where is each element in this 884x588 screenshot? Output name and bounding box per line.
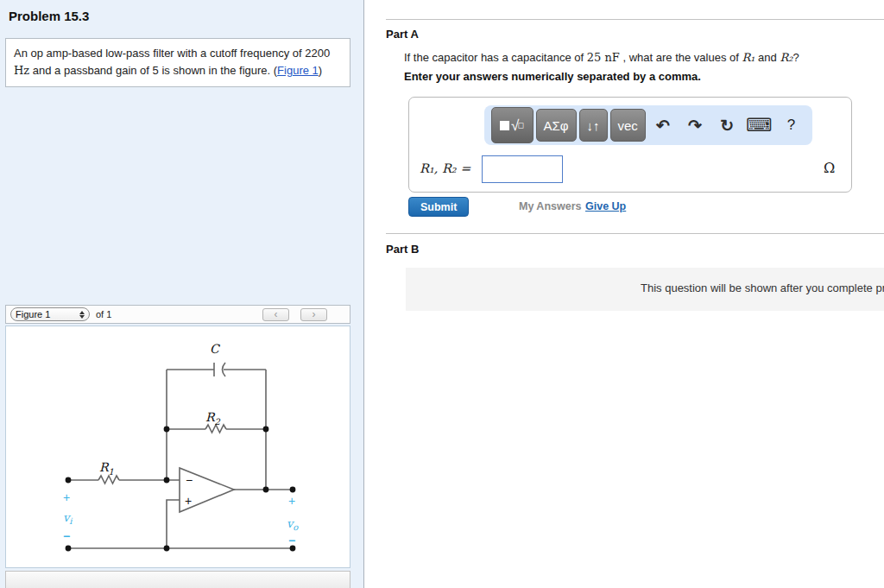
vector-button[interactable]: vec [610,109,646,142]
answer-input[interactable] [482,155,563,183]
figure-prev-button[interactable]: ‹ [262,308,289,321]
equation-toolbar: √◻ ΑΣφ ↓↑ vec ↶ ↷ ↻ ⌨ ? [484,105,812,145]
my-answers-button[interactable]: My Answers [519,200,581,212]
vout-label: vo [287,517,299,532]
dropdown-arrows-icon [79,311,85,319]
statement-text: An op amp-based low-pass filter with a c… [14,47,330,60]
part-a-question: If the capacitor has a capacitance of 25… [404,51,799,64]
part-b-locked-message: This question will be shown after you co… [641,281,884,294]
redo-icon[interactable]: ↷ [679,116,710,136]
equation-editor-button[interactable]: √◻ [491,107,534,143]
help-icon[interactable]: ? [775,117,807,134]
greek-symbols-button[interactable]: ΑΣφ [536,109,577,142]
vin-label: vi [63,511,73,526]
submit-button[interactable]: Submit [408,197,469,217]
part-a-heading: Part A [386,28,419,41]
part-b-divider [386,233,884,234]
vin-plus-label: + [63,490,70,504]
vout-minus-label: − [288,534,295,547]
undo-icon[interactable]: ↶ [647,116,679,136]
question-text: If the capacitor has a capacitance of [404,51,587,64]
statement-unit: Hz [14,64,29,77]
unit-label: Ω [824,160,835,176]
question-text-3: and [755,51,780,64]
r1-symbol: R₁ [742,51,755,64]
question-text-2: , what are the values of [620,51,742,64]
page-title: Problem 15.3 [9,9,89,23]
answer-module: √◻ ΑΣφ ↓↑ vec ↶ ↷ ↻ ⌨ ? R₁, R₂ = Ω [408,97,852,193]
updown-arrows-button[interactable]: ↓↑ [579,109,608,142]
filled-square-icon [500,121,509,130]
problem-panel: Problem 15.3 An op amp-based low-pass fi… [0,0,364,588]
part-a-divider [386,19,884,20]
opamp-noninverting-label: + [185,494,192,508]
figure-select-dropdown[interactable]: Figure 1 [10,307,90,321]
r2-symbol: R₂ [780,51,792,64]
statement-text-2: and a passband gain of 5 is shown in the… [29,64,277,77]
capacitor-label: C [210,342,220,356]
opamp-inverting-label: − [186,473,193,487]
vin-minus-label: − [63,529,70,543]
part-b-heading: Part B [386,243,419,256]
give-up-link[interactable]: Give Up [585,200,626,212]
vout-plus-label: + [288,494,295,508]
answer-label: R₁, R₂ = [420,161,470,175]
figure-toolbar: Figure 1 of 1 ‹ › [5,305,350,324]
reset-icon[interactable]: ↻ [711,116,743,136]
keyboard-icon[interactable]: ⌨ [743,115,775,136]
circuit-diagram: C R2 R1 − + + vi − + vo − [6,326,350,567]
problem-statement: An op amp-based low-pass filter with a c… [5,38,350,87]
resistor-r1-label: R1 [99,460,114,477]
figure-count-label: of 1 [96,309,111,319]
statement-close: ) [319,64,322,77]
answer-instruction: Enter your answers numerically separated… [404,70,701,83]
part-b-locked-panel: This question will be shown after you co… [406,268,884,311]
figure-next-button[interactable]: › [300,308,327,321]
screen: Problem 15.3 An op amp-based low-pass fi… [0,0,884,588]
figure-link[interactable]: Figure 1 [277,64,319,77]
radicand-box-icon: ◻ [517,122,523,130]
figure-image-panel: C R2 R1 − + + vi − + vo − [5,326,350,568]
figure-footer [5,571,350,588]
parts-panel: Part A If the capacitor has a capacitanc… [365,0,884,588]
question-text-4: ? [792,51,799,64]
capacitance-value: 25 nF [587,51,620,64]
figure-select-value: Figure 1 [16,309,79,319]
